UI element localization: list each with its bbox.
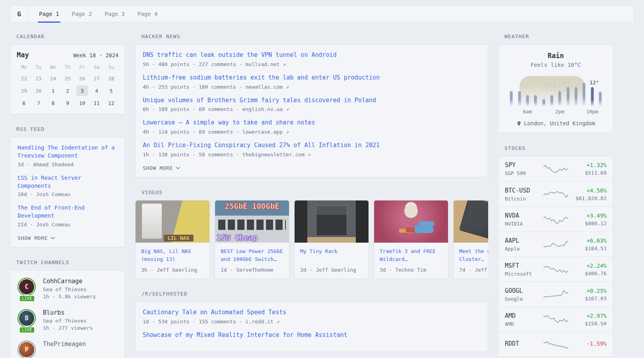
stock-change: +2.24% <box>571 263 607 269</box>
stock-symbol[interactable]: NVDA <box>505 212 540 219</box>
stock-name: NVIDIA <box>505 221 540 227</box>
stock-sparkline <box>543 313 568 325</box>
calendar-day[interactable]: 12 <box>104 98 118 108</box>
stock-symbol[interactable]: GOOGL <box>505 287 540 294</box>
calendar-day[interactable]: 4 <box>89 86 104 96</box>
hackernews-show-more-label: SHOW MORE <box>143 165 173 171</box>
feed-item: The End of Front-End Development22d · Jo… <box>17 204 118 228</box>
feed-item-title[interactable]: CSS in React Server Components <box>17 174 118 190</box>
stock-row[interactable]: GOOGLGoogle+0.25%$167.03 <box>499 282 613 307</box>
channel-name[interactable]: CohhCarnage <box>43 278 96 285</box>
stock-symbol[interactable]: AMD <box>505 312 540 319</box>
feed-item-title[interactable]: Showcase of my Mixed Reality Interface f… <box>143 331 481 340</box>
channel-avatar[interactable]: P <box>17 340 36 358</box>
stock-symbol[interactable]: RDDT <box>505 340 540 347</box>
stock-price: $406.76 <box>571 270 607 276</box>
calendar-day[interactable]: 7 <box>31 98 46 108</box>
video-title[interactable]: Big NAS, Lil NAS (moving 13) <box>141 247 204 263</box>
stock-price: $511.69 <box>571 170 607 176</box>
calendar-day[interactable]: 29 <box>17 86 31 96</box>
calendar-weekday-header: MoTuWeThFrSaSu <box>17 64 118 70</box>
calendar-day[interactable]: 1 <box>46 86 60 96</box>
feed-item-title[interactable]: Lithium-free sodium batteries exit the l… <box>143 74 481 82</box>
feed-item-title[interactable]: Cautionary Tale on Automated Speed Tests <box>143 308 481 317</box>
channel-avatar[interactable]: C <box>17 278 36 296</box>
channel-avatar[interactable]: B <box>17 309 36 327</box>
rss-show-more-button[interactable]: SHOW MORE <box>17 235 55 241</box>
calendar-day[interactable]: 22 <box>17 73 31 84</box>
calendar-day[interactable]: 6 <box>17 98 31 108</box>
video-title[interactable]: My Tiny Rack <box>300 247 363 263</box>
weather-location-label: London, United Kingdom <box>524 120 595 126</box>
stock-row[interactable]: RDDT-1.59% <box>499 332 613 357</box>
twitch-section: TWITCH CHANNELS CLIVECohhCarnageSea of T… <box>10 259 125 358</box>
video-thumbnail[interactable]: FAST <box>454 200 488 243</box>
calendar-day[interactable]: 9 <box>60 98 75 108</box>
feed-item-title[interactable]: The End of Front-End Development <box>17 204 118 220</box>
channel-game[interactable]: Sea of Thieves <box>43 318 93 324</box>
stock-symbol[interactable]: SPY <box>505 161 540 169</box>
tab-page-3[interactable]: Page 3 <box>103 6 126 22</box>
calendar-day[interactable]: 2 <box>60 86 75 96</box>
calendar-day[interactable]: 11 <box>89 98 104 108</box>
calendar-day[interactable]: 26 <box>75 73 89 84</box>
channel-game[interactable]: Sea of Thieves <box>43 286 96 292</box>
stock-row[interactable]: NVDANVIDIA+3.49%$888.12 <box>499 206 613 232</box>
feed-item-meta: 22d · Josh Comeau <box>17 222 118 228</box>
video-thumbnail[interactable]: 25GbE 100GbE15W Cheap <box>215 200 289 243</box>
page-tabs: Page 1Page 2Page 3Page 4 <box>38 6 169 22</box>
stock-name: AMD <box>505 321 540 327</box>
feed-item-title[interactable]: DNS traffic can leak outside the VPN tun… <box>143 51 481 60</box>
stock-row[interactable]: BTC-USDBitcoin+4.56%$61,820.02 <box>499 181 613 206</box>
tab-page-2[interactable]: Page 2 <box>71 6 93 22</box>
channel-name[interactable]: Blurbs <box>43 309 93 316</box>
calendar-day[interactable]: 30 <box>31 86 46 96</box>
feed-item-title[interactable]: Handling The Indentation of a Treeview C… <box>17 144 118 160</box>
stock-symbol[interactable]: AAPL <box>505 237 540 244</box>
feed-item-meta: 4h · 253 points · 160 comments · newatla… <box>143 84 481 90</box>
stock-symbol[interactable]: BTC-USD <box>505 187 540 194</box>
calendar-day[interactable]: 25 <box>60 73 75 84</box>
hackernews-show-more-button[interactable]: SHOW MORE <box>143 165 180 171</box>
stock-symbol[interactable]: MSFT <box>505 262 540 269</box>
feed-item-title[interactable]: Lowercase – A simple way to take and sha… <box>143 119 481 127</box>
feed-item-title[interactable]: Unique volumes of Brothers Grimm fairy t… <box>143 96 481 105</box>
weather-bar <box>542 99 545 106</box>
video-thumbnail[interactable] <box>374 200 448 243</box>
tab-page-1[interactable]: Page 1 <box>38 6 60 22</box>
videos-widget: LIL NASBig NAS, Lil NAS (moving 13)3h · … <box>135 200 488 279</box>
weather-bar <box>526 95 529 106</box>
stock-change: +6.63% <box>571 237 607 244</box>
feed-item-title[interactable]: An Oil Price-Fixing Conspiracy Caused 27… <box>143 141 481 150</box>
video-card: Traefik 3 and FREE Wildcard…3d · Techno … <box>374 200 448 279</box>
video-title[interactable]: Traefik 3 and FREE Wildcard… <box>380 247 442 263</box>
calendar-day[interactable]: 8 <box>46 98 60 108</box>
weather-location: London, United Kingdom <box>507 120 604 126</box>
feed-item-meta: 4h · 114 points · 69 comments · lowercas… <box>143 129 481 135</box>
stock-row[interactable]: AAPLApple+6.63%$184.51 <box>499 232 613 257</box>
calendar-selected-day[interactable]: 3 <box>75 86 89 96</box>
video-thumbnail[interactable] <box>295 200 369 243</box>
thumbnail-text: LIL NAS <box>163 235 193 241</box>
weather-bar <box>591 87 594 106</box>
weather-bar <box>574 87 577 106</box>
video-title[interactable]: BEST Low Power 25GbE and 100GbE Switch… <box>221 247 283 263</box>
weather-feels-like: Feels like 10°C <box>507 62 604 68</box>
tab-page-4[interactable]: Page 4 <box>136 6 159 22</box>
app-logo[interactable]: G <box>10 6 28 22</box>
calendar-day[interactable]: 5 <box>104 86 118 96</box>
calendar-day[interactable]: 27 <box>89 73 104 84</box>
video-title[interactable]: Meet the new Linux Cluster… <box>459 247 488 263</box>
calendar-day[interactable]: 10 <box>75 98 89 108</box>
channel-name[interactable]: ThePrimeagen <box>43 340 86 348</box>
video-thumbnail[interactable]: LIL NAS <box>136 200 209 243</box>
video-meta: 3d · Techno Tim <box>380 267 442 273</box>
calendar-day[interactable]: 24 <box>46 73 60 84</box>
hackernews-section: HACKER NEWS DNS traffic can leak outside… <box>135 33 488 177</box>
calendar-day[interactable]: 28 <box>104 73 118 84</box>
calendar-day[interactable]: 23 <box>31 73 46 84</box>
stock-row[interactable]: SPYS&P 500+1.32%$511.69 <box>499 156 613 181</box>
weather-bar <box>559 91 561 106</box>
stock-row[interactable]: MSFTMicrosoft+2.24%$406.76 <box>499 257 613 282</box>
stock-row[interactable]: AMDAMD+2.97%$150.50 <box>499 307 613 332</box>
